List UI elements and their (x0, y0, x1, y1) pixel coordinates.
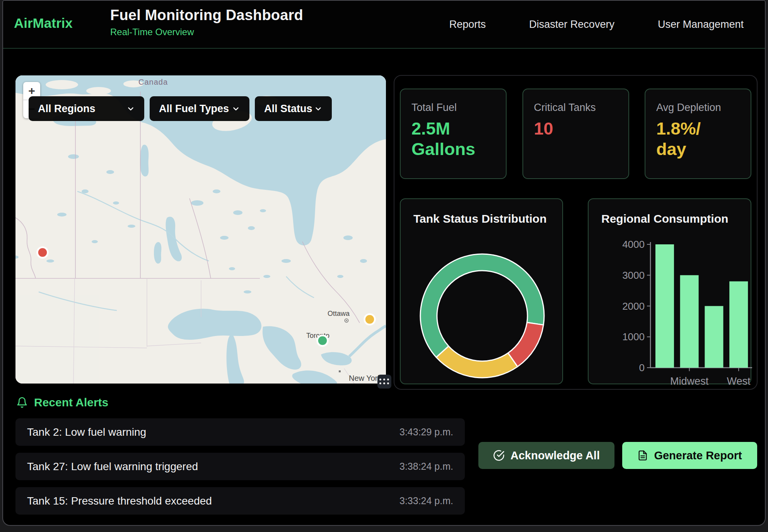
status-filter-value: All Status (264, 103, 312, 115)
generate-report-button[interactable]: Generate Report (622, 442, 757, 469)
fuel-type-filter-dropdown[interactable]: All Fuel Types (150, 96, 249, 121)
regional-consumption-chart-card: Regional Consumption 01000200030004000Mi… (588, 198, 751, 384)
content-area: Canada Ottawa Toronto New York + − (3, 49, 765, 526)
svg-text:Midwest: Midwest (670, 375, 709, 385)
metrics-panel: Total Fuel 2.5M Gallons Critical Tanks 1… (394, 75, 758, 390)
map-label-ottawa: Ottawa (328, 310, 350, 317)
alert-row: Tank 2: Low fuel warning 3:43:29 p.m. (15, 418, 465, 446)
map-canvas[interactable]: Canada Ottawa Toronto New York + − (15, 75, 386, 384)
chevron-down-icon (314, 104, 323, 113)
map-filter-bar: All Regions All Fuel Types All Status (29, 96, 332, 121)
chevron-down-icon (126, 104, 135, 113)
alert-time: 3:33:24 p.m. (399, 495, 453, 506)
map-basemap: Canada Ottawa Toronto New York (15, 75, 386, 384)
status-filter-dropdown[interactable]: All Status (255, 96, 332, 121)
bell-icon (16, 397, 28, 408)
map-label-new-york: New York (349, 374, 382, 382)
map-marker-red[interactable] (38, 247, 48, 258)
check-circle-icon (493, 450, 505, 461)
svg-text:1000: 1000 (622, 331, 645, 343)
file-text-icon (637, 450, 648, 461)
recent-alerts-heading: Recent Alerts (16, 396, 108, 409)
stat-value: 10 (534, 118, 618, 139)
map-marker-green[interactable] (317, 336, 328, 346)
svg-text:4000: 4000 (622, 239, 645, 250)
nav-disaster-recovery[interactable]: Disaster Recovery (529, 19, 614, 31)
nav-reports[interactable]: Reports (449, 19, 486, 31)
tank-status-chart-card: Tank Status Distribution (400, 198, 563, 384)
svg-text:2000: 2000 (622, 300, 645, 312)
stat-label: Avg Depletion (656, 102, 740, 114)
app-header: AirMatrix Fuel Monitoring Dashboard Real… (3, 1, 765, 49)
svg-text:0: 0 (639, 362, 645, 373)
charts-row: Tank Status Distribution Regional Consum… (400, 198, 751, 384)
tank-status-doughnut-chart (401, 199, 564, 385)
map-marker-yellow[interactable] (365, 314, 375, 325)
alert-row: Tank 27: Low fuel warning triggered 3:38… (15, 453, 465, 480)
stat-value: 2.5M Gallons (411, 118, 495, 159)
svg-text:3000: 3000 (622, 269, 645, 281)
svg-text:West: West (727, 375, 751, 385)
stat-label: Total Fuel (411, 102, 495, 114)
stat-card-critical-tanks: Critical Tanks 10 (522, 89, 629, 179)
brand-logo: AirMatrix (14, 15, 73, 31)
recent-alerts-title: Recent Alerts (34, 396, 108, 409)
stats-row: Total Fuel 2.5M Gallons Critical Tanks 1… (400, 89, 751, 179)
alert-time: 3:38:24 p.m. (399, 461, 453, 472)
region-filter-dropdown[interactable]: All Regions (29, 96, 144, 121)
region-filter-value: All Regions (38, 103, 96, 115)
page-title: Fuel Monitoring Dashboard (110, 7, 303, 24)
stat-value: 1.8%/ day (656, 118, 740, 159)
alert-text: Tank 2: Low fuel warning (27, 426, 146, 438)
regional-consumption-bar-chart: 01000200030004000MidwestWest (589, 199, 752, 385)
alert-row: Tank 15: Pressure threshold exceeded 3:3… (15, 487, 465, 515)
main-nav: Reports Disaster Recovery User Managemen… (449, 1, 744, 48)
alert-text: Tank 15: Pressure threshold exceeded (27, 495, 212, 507)
acknowledge-all-label: Acknowledge All (510, 449, 600, 462)
page-subtitle: Real-Time Overview (110, 27, 303, 38)
alert-text: Tank 27: Low fuel warning triggered (27, 460, 198, 473)
nav-user-management[interactable]: User Management (658, 19, 744, 31)
acknowledge-all-button[interactable]: Acknowledge All (478, 442, 614, 469)
map-panel: Canada Ottawa Toronto New York + − (15, 75, 386, 384)
title-block: Fuel Monitoring Dashboard Real-Time Over… (110, 7, 303, 38)
stat-label: Critical Tanks (534, 102, 618, 114)
map-label-country: Canada (138, 78, 168, 86)
generate-report-label: Generate Report (654, 449, 742, 462)
fuel-type-filter-value: All Fuel Types (159, 103, 229, 115)
stat-card-avg-depletion: Avg Depletion 1.8%/ day (645, 89, 751, 179)
map-resize-handle[interactable] (377, 375, 391, 389)
stat-card-total-fuel: Total Fuel 2.5M Gallons (400, 89, 507, 179)
alert-time: 3:43:29 p.m. (399, 426, 453, 438)
dashboard-window: AirMatrix Fuel Monitoring Dashboard Real… (2, 0, 766, 526)
chevron-down-icon (232, 104, 240, 113)
